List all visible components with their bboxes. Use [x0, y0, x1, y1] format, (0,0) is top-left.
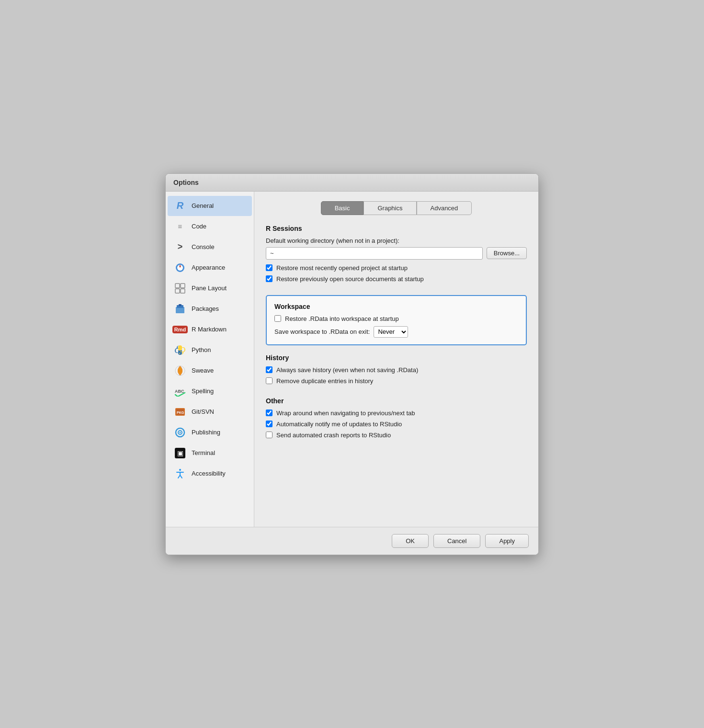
sidebar-label-git-svn: Git/SVN	[192, 408, 214, 415]
sidebar-item-python[interactable]: Python	[168, 340, 252, 360]
sidebar-label-accessibility: Accessibility	[192, 470, 226, 477]
appearance-icon	[173, 261, 187, 274]
svg-rect-8	[179, 304, 182, 306]
restore-documents-row: Restore previously open source documents…	[266, 275, 527, 283]
directory-label: Default working directory (when not in a…	[266, 237, 527, 244]
other-title: Other	[266, 397, 527, 405]
restore-documents-label: Restore previously open source documents…	[276, 275, 424, 283]
restore-documents-checkbox[interactable]	[266, 275, 273, 282]
sidebar-item-sweave[interactable]: Sweave	[168, 361, 252, 381]
dialog-footer: OK Cancel Apply	[166, 527, 538, 555]
pane-layout-icon	[173, 282, 187, 295]
sidebar-label-publishing: Publishing	[192, 429, 220, 436]
sidebar-item-packages[interactable]: Packages	[168, 299, 252, 319]
code-icon: ≡	[173, 220, 187, 233]
always-save-history-row: Always save history (even when not savin…	[266, 366, 527, 374]
sidebar-item-r-markdown[interactable]: Rmd R Markdown	[168, 319, 252, 340]
wrap-around-label: Wrap around when navigating to previous/…	[276, 410, 415, 417]
restore-project-row: Restore most recently opened project at …	[266, 264, 527, 272]
apply-button[interactable]: Apply	[485, 534, 529, 548]
dialog-body: R General ≡ Code > Console	[166, 192, 538, 527]
wrap-around-row: Wrap around when navigating to previous/…	[266, 410, 527, 417]
packages-icon	[173, 302, 187, 316]
crash-reports-row: Send automated crash reports to RStudio	[266, 432, 527, 439]
svg-point-16	[180, 432, 181, 433]
browse-button[interactable]: Browse...	[487, 247, 527, 259]
svg-point-17	[179, 469, 181, 471]
svg-text:ABC: ABC	[175, 389, 184, 394]
restore-project-label: Restore most recently opened project at …	[276, 264, 408, 272]
dialog-titlebar: Options	[166, 174, 538, 192]
tab-graphics[interactable]: Graphics	[363, 201, 416, 215]
save-workspace-select[interactable]: Never Always Ask	[374, 326, 408, 338]
sidebar: R General ≡ Code > Console	[166, 192, 254, 527]
sidebar-label-appearance: Appearance	[192, 264, 225, 271]
directory-row: Browse...	[266, 247, 527, 260]
publishing-icon	[173, 426, 187, 439]
console-icon: >	[173, 240, 187, 254]
svg-rect-5	[181, 289, 185, 293]
crash-reports-label: Send automated crash reports to RStudio	[276, 432, 391, 439]
notify-updates-label: Automatically notify me of updates to RS…	[276, 421, 402, 428]
sidebar-item-spelling[interactable]: ABC Spelling	[168, 381, 252, 401]
cancel-button[interactable]: Cancel	[433, 534, 480, 548]
sidebar-label-console: Console	[192, 243, 215, 250]
r-sessions-section: R Sessions Default working directory (wh…	[266, 225, 527, 286]
sidebar-item-accessibility[interactable]: Accessibility	[168, 464, 252, 484]
restore-project-checkbox[interactable]	[266, 264, 273, 271]
svg-rect-2	[175, 284, 180, 288]
ok-button[interactable]: OK	[392, 534, 429, 548]
notify-updates-row: Automatically notify me of updates to RS…	[266, 421, 527, 428]
dialog-title: Options	[173, 179, 199, 186]
remove-duplicates-label: Remove duplicate entries in history	[276, 377, 373, 385]
tab-bar: Basic Graphics Advanced	[266, 201, 527, 215]
svg-text:PKG: PKG	[177, 411, 184, 414]
spelling-icon: ABC	[173, 385, 187, 398]
other-section: Other Wrap around when navigating to pre…	[266, 397, 527, 443]
sidebar-item-git-svn[interactable]: PKG Git/SVN	[168, 402, 252, 422]
sidebar-label-general: General	[192, 202, 214, 209]
accessibility-icon	[173, 467, 187, 480]
r-icon: R	[173, 199, 187, 213]
sidebar-item-appearance[interactable]: Appearance	[168, 258, 252, 278]
sidebar-label-packages: Packages	[192, 305, 219, 312]
sidebar-item-pane-layout[interactable]: Pane Layout	[168, 278, 252, 298]
notify-updates-checkbox[interactable]	[266, 421, 273, 427]
git-svn-icon: PKG	[173, 405, 187, 419]
always-save-history-checkbox[interactable]	[266, 366, 273, 373]
history-title: History	[266, 354, 527, 362]
wrap-around-checkbox[interactable]	[266, 410, 273, 416]
tab-advanced[interactable]: Advanced	[417, 201, 472, 215]
save-workspace-row: Save workspace to .RData on exit: Never …	[274, 326, 518, 338]
svg-rect-4	[175, 289, 180, 293]
history-section: History Always save history (even when n…	[266, 354, 527, 388]
r-markdown-icon: Rmd	[173, 323, 187, 336]
python-icon	[173, 343, 187, 357]
sidebar-label-pane-layout: Pane Layout	[192, 284, 227, 292]
remove-duplicates-row: Remove duplicate entries in history	[266, 377, 527, 385]
options-dialog: Options R General ≡ Code > Console	[165, 173, 539, 555]
terminal-icon: ▣	[173, 446, 187, 460]
sidebar-label-sweave: Sweave	[192, 367, 214, 374]
sidebar-item-publishing[interactable]: Publishing	[168, 422, 252, 443]
directory-input[interactable]	[266, 247, 483, 260]
main-content: Basic Graphics Advanced R Sessions Defau…	[254, 192, 538, 527]
workspace-title: Workspace	[274, 303, 518, 310]
svg-rect-3	[181, 284, 185, 288]
remove-duplicates-checkbox[interactable]	[266, 377, 273, 384]
tab-basic[interactable]: Basic	[321, 201, 364, 215]
sidebar-item-terminal[interactable]: ▣ Terminal	[168, 443, 252, 463]
r-sessions-title: R Sessions	[266, 225, 527, 232]
workspace-section: Workspace Restore .RData into workspace …	[266, 295, 527, 345]
sidebar-label-python: Python	[192, 346, 211, 353]
sweave-icon	[173, 364, 187, 377]
save-workspace-label: Save workspace to .RData on exit:	[274, 328, 370, 335]
restore-rdata-checkbox[interactable]	[274, 315, 281, 322]
sidebar-item-console[interactable]: > Console	[168, 237, 252, 257]
crash-reports-checkbox[interactable]	[266, 432, 273, 438]
sidebar-label-terminal: Terminal	[192, 449, 215, 456]
sidebar-item-code[interactable]: ≡ Code	[168, 216, 252, 237]
restore-rdata-row: Restore .RData into workspace at startup	[274, 315, 518, 322]
sidebar-item-general[interactable]: R General	[168, 196, 252, 216]
sidebar-label-code: Code	[192, 223, 206, 230]
